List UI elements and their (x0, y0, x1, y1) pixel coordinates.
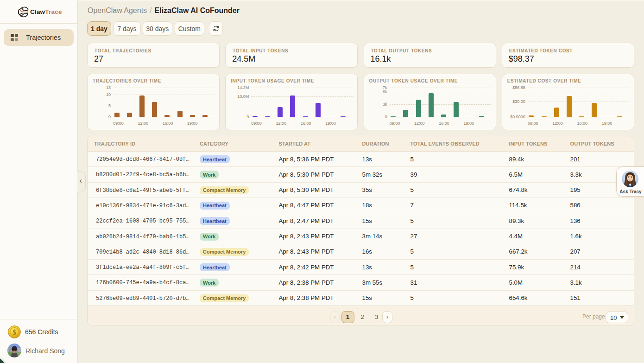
svg-text:$: $ (13, 328, 16, 336)
